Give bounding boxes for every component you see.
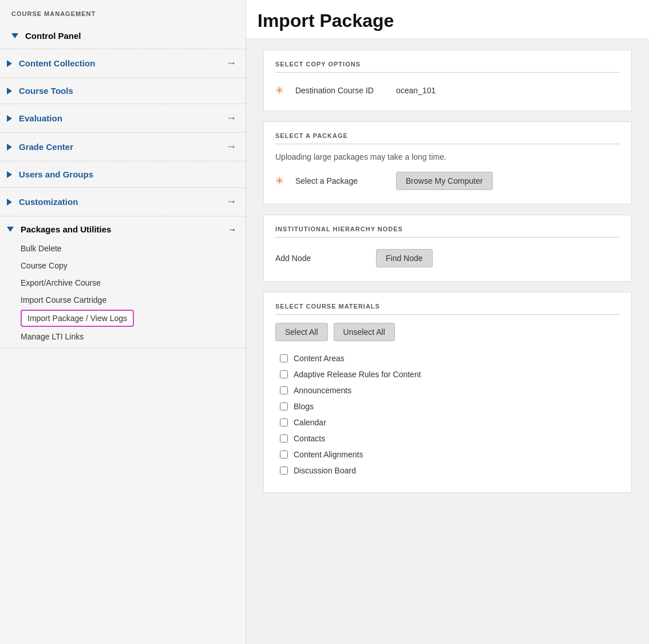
sidebar: COURSE MANAGEMENT Control Panel Content … [0, 0, 246, 644]
select-all-row: Select All Unselect All [275, 323, 620, 341]
list-item: Discussion Board [275, 463, 620, 479]
select-course-materials-section: SELECT COURSE MATERIALS Select All Unsel… [263, 292, 632, 493]
sidebar-section-content-collection: Content Collection → [0, 49, 246, 78]
arrow-right-icon: → [228, 224, 236, 234]
sidebar-item-packages-utilities[interactable]: Packages and Utilities → [0, 216, 246, 239]
sidebar-item-manage-lti-links[interactable]: Manage LTI Links [21, 328, 246, 345]
browse-my-computer-button[interactable]: Browse My Computer [396, 172, 493, 190]
packages-sub-items: Bulk Delete Course Copy Export/Archive C… [0, 239, 246, 347]
expand-icon [7, 144, 12, 151]
sidebar-item-label: Packages and Utilities [21, 224, 111, 234]
select-course-materials-heading: SELECT COURSE MATERIALS [275, 303, 620, 315]
sidebar-item-label: Users and Groups [19, 169, 93, 179]
blogs-checkbox[interactable] [280, 402, 288, 410]
announcements-checkbox[interactable] [280, 386, 288, 394]
sidebar-item-users-and-groups[interactable]: Users and Groups [0, 161, 246, 187]
contacts-label: Contacts [294, 434, 325, 443]
sidebar-item-grade-center[interactable]: Grade Center → [0, 133, 246, 161]
content-areas-label: Content Areas [294, 354, 345, 363]
list-item: Content Areas [275, 350, 620, 366]
sidebar-item-course-tools[interactable]: Course Tools [0, 78, 246, 104]
sidebar-item-bulk-delete[interactable]: Bulk Delete [21, 240, 246, 257]
arrow-right-icon: → [226, 112, 236, 124]
expand-icon [7, 60, 12, 67]
select-package-section: SELECT A PACKAGE Uploading large package… [263, 121, 632, 204]
sidebar-item-content-collection[interactable]: Content Collection → [0, 49, 246, 77]
adaptive-release-checkbox[interactable] [280, 370, 288, 378]
adaptive-release-label: Adaptive Release Rules for Content [294, 370, 421, 379]
select-copy-options-heading: SELECT COPY OPTIONS [275, 61, 620, 73]
expand-icon [7, 115, 12, 122]
sidebar-section-customization: Customization → [0, 188, 246, 216]
sidebar-section-packages-utilities: Packages and Utilities → Bulk Delete Cou… [0, 216, 246, 348]
sidebar-item-evaluation[interactable]: Evaluation → [0, 104, 246, 132]
control-panel-expand-icon [11, 33, 18, 38]
list-item: Adaptive Release Rules for Content [275, 366, 620, 382]
institutional-hierarchy-heading: INSTITUTIONAL HIERARCHY NODES [275, 226, 620, 238]
destination-course-value: ocean_101 [396, 86, 436, 95]
control-panel-label: Control Panel [25, 31, 81, 41]
list-item: Blogs [275, 398, 620, 414]
control-panel-section: Control Panel [0, 23, 246, 49]
calendar-checkbox[interactable] [280, 418, 288, 426]
list-item: Contacts [275, 430, 620, 447]
discussion-board-label: Discussion Board [294, 466, 356, 475]
content-alignments-checkbox[interactable] [280, 451, 288, 459]
sidebar-item-label: Evaluation [19, 113, 62, 123]
blogs-label: Blogs [294, 402, 314, 411]
arrow-right-icon: → [226, 57, 236, 69]
expand-icon [7, 199, 12, 206]
sidebar-section-evaluation: Evaluation → [0, 104, 246, 133]
sidebar-item-customization[interactable]: Customization → [0, 188, 246, 216]
sidebar-item-label: Content Collection [19, 58, 95, 68]
announcements-label: Announcements [294, 386, 351, 395]
list-item: Calendar [275, 414, 620, 430]
course-management-label: COURSE MANAGEMENT [0, 0, 246, 23]
sidebar-item-label: Course Tools [19, 86, 73, 96]
expand-icon [7, 171, 12, 178]
required-star: ✳ [275, 84, 284, 97]
unselect-all-button[interactable]: Unselect All [334, 323, 395, 341]
sidebar-item-import-package-view-logs[interactable]: Import Package / View Logs [21, 310, 134, 327]
sidebar-section-course-tools: Course Tools [0, 78, 246, 104]
add-node-row: Add Node Find Node [275, 246, 620, 271]
main-content: Import Package SELECT COPY OPTIONS ✳ Des… [246, 0, 649, 644]
sidebar-item-export-archive[interactable]: Export/Archive Course [21, 274, 246, 291]
arrow-right-icon: → [226, 141, 236, 153]
expand-down-icon [7, 227, 14, 232]
page-title: Import Package [246, 0, 649, 38]
list-item: Announcements [275, 382, 620, 398]
sidebar-item-label: Customization [19, 197, 78, 207]
select-all-button[interactable]: Select All [275, 323, 328, 341]
arrow-right-icon: → [226, 196, 236, 208]
expand-icon [7, 88, 12, 94]
course-materials-list: Content Areas Adaptive Release Rules for… [275, 347, 620, 482]
content-areas-checkbox[interactable] [280, 354, 288, 362]
upload-hint: Uploading large packages may take a long… [275, 152, 620, 161]
calendar-label: Calendar [294, 418, 326, 427]
select-copy-options-section: SELECT COPY OPTIONS ✳ Destination Course… [263, 50, 632, 111]
institutional-hierarchy-section: INSTITUTIONAL HIERARCHY NODES Add Node F… [263, 215, 632, 282]
destination-course-label: Destination Course ID [295, 86, 387, 95]
select-package-heading: SELECT A PACKAGE [275, 132, 620, 144]
sidebar-item-course-copy[interactable]: Course Copy [21, 257, 246, 274]
add-node-label: Add Node [275, 254, 367, 263]
sidebar-item-import-course-cartridge[interactable]: Import Course Cartridge [21, 291, 246, 309]
content-alignments-label: Content Alignments [294, 450, 363, 459]
find-node-button[interactable]: Find Node [376, 249, 433, 267]
sidebar-section-grade-center: Grade Center → [0, 133, 246, 161]
contacts-checkbox[interactable] [280, 434, 288, 442]
sidebar-item-label: Grade Center [19, 142, 73, 152]
list-item: Content Alignments [275, 447, 620, 463]
select-package-label: Select a Package [295, 176, 387, 185]
discussion-board-checkbox[interactable] [280, 467, 288, 475]
sidebar-section-users-and-groups: Users and Groups [0, 161, 246, 188]
required-star-pkg: ✳ [275, 175, 284, 187]
destination-course-row: ✳ Destination Course ID ocean_101 [275, 81, 620, 100]
select-package-row: ✳ Select a Package Browse My Computer [275, 168, 620, 193]
